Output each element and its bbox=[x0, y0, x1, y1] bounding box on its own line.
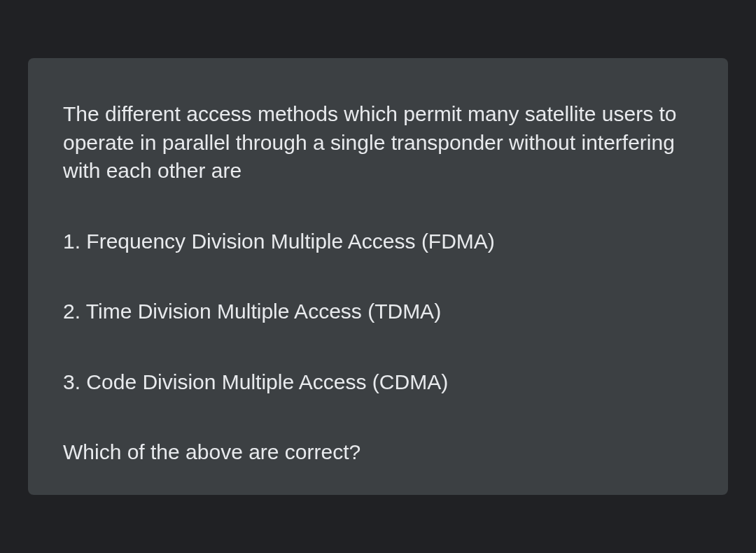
question-stem: The different access methods which permi… bbox=[63, 100, 693, 186]
option-1: 1. Frequency Division Multiple Access (F… bbox=[63, 227, 693, 256]
option-3: 3. Code Division Multiple Access (CDMA) bbox=[63, 368, 693, 397]
question-card: The different access methods which permi… bbox=[28, 58, 728, 495]
option-2: 2. Time Division Multiple Access (TDMA) bbox=[63, 298, 693, 326]
closing-question: Which of the above are correct? bbox=[63, 438, 693, 467]
